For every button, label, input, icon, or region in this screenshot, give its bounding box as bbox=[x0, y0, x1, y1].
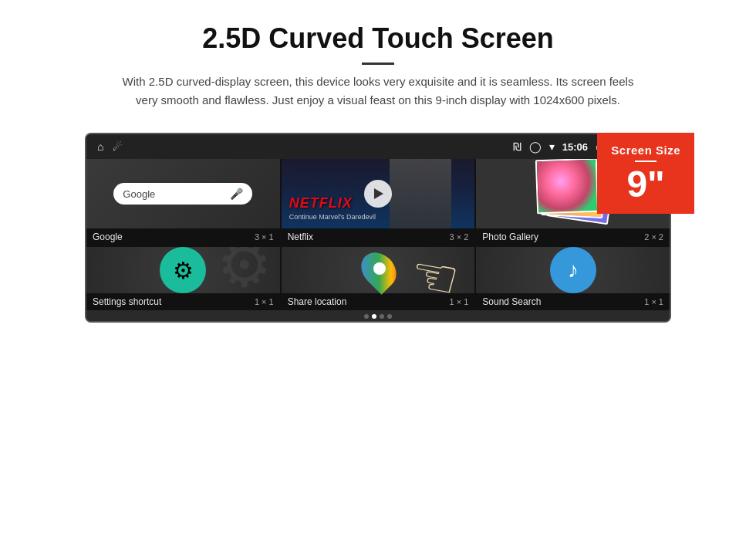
google-tile-footer: Google 3 × 1 bbox=[86, 228, 280, 245]
bluetooth-icon: ₪ bbox=[513, 140, 521, 153]
settings-label: Settings shortcut bbox=[93, 296, 161, 307]
sound-search-tile[interactable]: ♪ Sound Search 1 × 1 bbox=[476, 247, 670, 310]
sound-search-content: ♪ bbox=[476, 247, 670, 293]
usb-icon: ☄ bbox=[113, 140, 123, 153]
dot-3 bbox=[380, 314, 384, 319]
status-bar: ⌂ ☄ ₪ ◯ ▾ 15:06 ▭ ▭ ▭ ▭ bbox=[86, 134, 670, 159]
netflix-label: Netflix bbox=[288, 232, 313, 242]
settings-tile-footer: Settings shortcut 1 × 1 bbox=[86, 293, 280, 310]
app-grid: Google 🎤 Google 3 × 1 NETFLIX bbox=[86, 159, 670, 310]
netflix-tile-footer: Netflix 3 × 2 bbox=[282, 228, 475, 245]
sound-search-footer: Sound Search 1 × 1 bbox=[476, 293, 670, 310]
netflix-bg: NETFLIX Continue Marvel's Daredevil bbox=[282, 159, 475, 228]
settings-bg-gear-icon: ⚙ bbox=[217, 247, 272, 293]
settings-main-icon: ⚙ bbox=[160, 247, 206, 293]
status-bar-left: ⌂ ☄ bbox=[97, 140, 123, 153]
badge-divider bbox=[635, 161, 656, 162]
google-search-bar[interactable]: Google 🎤 bbox=[113, 183, 252, 205]
settings-size: 1 × 1 bbox=[255, 297, 274, 306]
netflix-size: 3 × 2 bbox=[450, 232, 469, 242]
badge-label: Screen Size bbox=[611, 144, 680, 157]
page-description: With 2.5D curved-display screen, this de… bbox=[116, 73, 640, 110]
settings-tile[interactable]: ⚙ ⚙ Settings shortcut 1 × 1 bbox=[86, 247, 280, 310]
google-tile[interactable]: Google 🎤 Google 3 × 1 bbox=[86, 159, 280, 245]
photo-card-flower bbox=[535, 159, 598, 214]
settings-tile-content: ⚙ ⚙ bbox=[86, 247, 280, 293]
photo-gallery-footer: Photo Gallery 2 × 2 bbox=[476, 228, 670, 245]
google-logo-text: Google bbox=[123, 188, 224, 200]
device-screen: ⌂ ☄ ₪ ◯ ▾ 15:06 ▭ ▭ ▭ ▭ Google � bbox=[85, 133, 671, 323]
settings-gear-icon: ⚙ bbox=[173, 257, 194, 284]
google-label: Google bbox=[93, 232, 123, 242]
google-mic-icon: 🎤 bbox=[230, 188, 243, 200]
page-dot-indicator bbox=[86, 310, 670, 321]
wifi-icon: ▾ bbox=[549, 140, 555, 153]
netflix-play-button[interactable] bbox=[364, 180, 392, 208]
dot-2-active bbox=[372, 314, 376, 319]
page-title: 2.5D Curved Touch Screen bbox=[62, 22, 694, 55]
share-location-label: Share location bbox=[288, 296, 347, 307]
share-location-tile[interactable]: ☞ Share location 1 × 1 bbox=[282, 247, 475, 310]
dot-1 bbox=[364, 314, 369, 319]
sound-search-icon: ♪ bbox=[550, 247, 596, 293]
page-header: 2.5D Curved Touch Screen With 2.5D curve… bbox=[0, 0, 756, 133]
sound-search-label: Sound Search bbox=[482, 296, 541, 307]
screen-wrapper: Screen Size 9" ⌂ ☄ ₪ ◯ ▾ 15:06 ▭ ▭ ▭ ▭ bbox=[85, 133, 671, 323]
photo-gallery-size: 2 × 2 bbox=[644, 232, 663, 242]
home-icon: ⌂ bbox=[97, 140, 103, 153]
maps-icon bbox=[357, 249, 399, 291]
location-icon: ◯ bbox=[529, 140, 542, 153]
badge-value: 9" bbox=[611, 166, 680, 203]
dot-4 bbox=[387, 314, 392, 319]
screen-size-badge: Screen Size 9" bbox=[597, 133, 694, 214]
status-time: 15:06 bbox=[562, 141, 588, 153]
netflix-tile-content: NETFLIX Continue Marvel's Daredevil bbox=[282, 159, 475, 228]
share-location-content: ☞ bbox=[282, 247, 475, 293]
google-tile-content: Google 🎤 bbox=[86, 159, 280, 228]
netflix-subtitle: Continue Marvel's Daredevil bbox=[289, 213, 467, 221]
photo-gallery-label: Photo Gallery bbox=[482, 232, 538, 242]
google-size: 3 × 1 bbox=[255, 232, 274, 242]
title-divider bbox=[362, 63, 394, 65]
sound-search-size: 1 × 1 bbox=[644, 297, 663, 306]
netflix-tile[interactable]: NETFLIX Continue Marvel's Daredevil Netf… bbox=[282, 159, 475, 245]
flower-image bbox=[537, 160, 597, 213]
